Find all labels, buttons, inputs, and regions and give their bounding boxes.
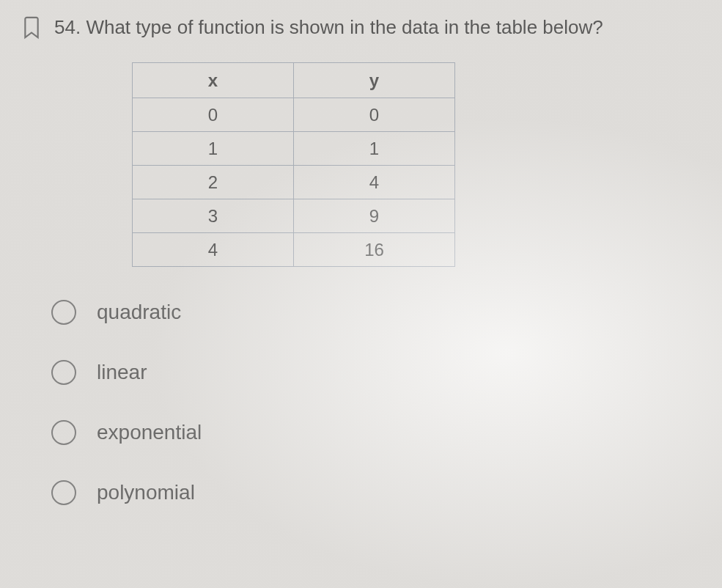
- question-text: 54. What type of function is shown in th…: [54, 15, 603, 40]
- table-row: 3 9: [133, 199, 455, 233]
- table-cell: 1: [294, 132, 455, 166]
- table-header-y: y: [294, 63, 455, 98]
- data-table: x y 0 0 1 1 2 4 3 9 4 16: [132, 62, 455, 267]
- bookmark-icon[interactable]: [22, 16, 41, 40]
- option-exponential[interactable]: exponential: [51, 420, 700, 445]
- table-cell: 0: [294, 98, 455, 132]
- table-cell: 9: [294, 199, 455, 233]
- table-cell: 2: [133, 166, 294, 199]
- option-quadratic[interactable]: quadratic: [51, 300, 700, 325]
- question-body: What type of function is shown in the da…: [86, 16, 603, 38]
- option-label: polynomial: [97, 481, 195, 504]
- table-row: 0 0: [133, 98, 455, 132]
- table-cell: 0: [133, 98, 294, 132]
- question-number: 54.: [54, 16, 81, 38]
- table-row: 2 4: [133, 166, 455, 199]
- option-label: quadratic: [97, 301, 181, 324]
- table-cell: 3: [133, 199, 294, 233]
- radio-icon: [51, 480, 76, 505]
- table-row: 4 16: [133, 233, 455, 267]
- table-row: 1 1: [133, 132, 455, 166]
- table-cell: 1: [133, 132, 294, 166]
- option-linear[interactable]: linear: [51, 360, 700, 385]
- table-header-row: x y: [133, 63, 455, 98]
- radio-icon: [51, 360, 76, 385]
- table-cell: 4: [294, 166, 455, 199]
- radio-icon: [51, 300, 76, 325]
- answer-options: quadratic linear exponential polynomial: [51, 300, 700, 505]
- table-header-x: x: [133, 63, 294, 98]
- option-label: linear: [97, 361, 147, 384]
- table-cell: 16: [294, 233, 455, 267]
- option-label: exponential: [97, 421, 202, 444]
- radio-icon: [51, 420, 76, 445]
- table-cell: 4: [133, 233, 294, 267]
- option-polynomial[interactable]: polynomial: [51, 480, 700, 505]
- data-table-wrap: x y 0 0 1 1 2 4 3 9 4 16: [132, 62, 700, 267]
- question-header: 54. What type of function is shown in th…: [22, 15, 700, 40]
